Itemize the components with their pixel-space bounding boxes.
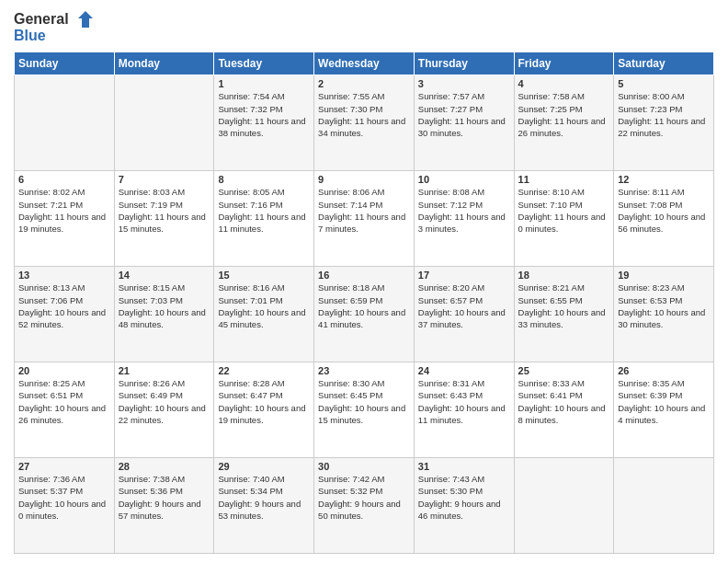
day-detail: Sunrise: 7:55 AM Sunset: 7:30 PM Dayligh…	[318, 90, 410, 139]
day-detail: Sunrise: 8:31 AM Sunset: 6:43 PM Dayligh…	[418, 377, 510, 426]
day-number: 8	[218, 174, 310, 185]
page: General Blue SundayMondayTuesdayWednesda…	[0, 0, 728, 563]
day-cell: 26Sunrise: 8:35 AM Sunset: 6:39 PM Dayli…	[614, 362, 714, 458]
day-cell: 27Sunrise: 7:36 AM Sunset: 5:37 PM Dayli…	[15, 458, 115, 554]
day-cell: 23Sunrise: 8:30 AM Sunset: 6:45 PM Dayli…	[314, 362, 415, 458]
calendar: SundayMondayTuesdayWednesdayThursdayFrid…	[14, 52, 714, 554]
day-number: 12	[618, 174, 710, 185]
day-number: 23	[318, 365, 410, 376]
day-cell: 3Sunrise: 7:57 AM Sunset: 7:27 PM Daylig…	[414, 75, 514, 171]
day-detail: Sunrise: 7:38 AM Sunset: 5:36 PM Dayligh…	[119, 473, 210, 522]
day-cell: 20Sunrise: 8:25 AM Sunset: 6:51 PM Dayli…	[15, 362, 115, 458]
day-cell: 4Sunrise: 7:58 AM Sunset: 7:25 PM Daylig…	[514, 75, 614, 171]
day-cell: 15Sunrise: 8:16 AM Sunset: 7:01 PM Dayli…	[214, 267, 314, 362]
logo-blue: Blue	[14, 28, 46, 44]
day-number: 5	[618, 78, 710, 89]
day-cell: 8Sunrise: 8:05 AM Sunset: 7:16 PM Daylig…	[214, 171, 314, 267]
day-detail: Sunrise: 8:18 AM Sunset: 6:59 PM Dayligh…	[318, 282, 410, 330]
day-cell: 12Sunrise: 8:11 AM Sunset: 7:08 PM Dayli…	[614, 171, 714, 267]
day-cell: 24Sunrise: 8:31 AM Sunset: 6:43 PM Dayli…	[414, 362, 514, 458]
day-cell: 17Sunrise: 8:20 AM Sunset: 6:57 PM Dayli…	[414, 267, 514, 362]
header: General Blue	[14, 9, 714, 44]
day-number: 16	[318, 270, 410, 281]
day-number: 9	[318, 174, 410, 185]
day-cell	[614, 458, 714, 554]
day-detail: Sunrise: 8:33 AM Sunset: 6:41 PM Dayligh…	[518, 377, 610, 426]
logo-general: General	[14, 11, 69, 28]
day-detail: Sunrise: 8:30 AM Sunset: 6:45 PM Dayligh…	[318, 377, 410, 426]
day-cell	[114, 75, 214, 171]
day-cell: 22Sunrise: 8:28 AM Sunset: 6:47 PM Dayli…	[214, 362, 314, 458]
day-number: 7	[119, 174, 210, 185]
weekday-header-friday: Friday	[514, 52, 614, 75]
day-cell: 16Sunrise: 8:18 AM Sunset: 6:59 PM Dayli…	[314, 267, 415, 362]
day-number: 3	[418, 78, 510, 89]
day-detail: Sunrise: 8:13 AM Sunset: 7:06 PM Dayligh…	[18, 282, 110, 330]
day-detail: Sunrise: 7:42 AM Sunset: 5:32 PM Dayligh…	[318, 473, 410, 522]
day-cell: 2Sunrise: 7:55 AM Sunset: 7:30 PM Daylig…	[314, 75, 415, 171]
day-number: 30	[318, 461, 410, 472]
day-cell: 1Sunrise: 7:54 AM Sunset: 7:32 PM Daylig…	[214, 75, 314, 171]
day-cell	[514, 458, 614, 554]
day-cell: 14Sunrise: 8:15 AM Sunset: 7:03 PM Dayli…	[114, 267, 214, 362]
day-number: 1	[218, 78, 310, 89]
day-cell: 18Sunrise: 8:21 AM Sunset: 6:55 PM Dayli…	[514, 267, 614, 362]
week-row-4: 20Sunrise: 8:25 AM Sunset: 6:51 PM Dayli…	[15, 362, 714, 458]
day-detail: Sunrise: 7:54 AM Sunset: 7:32 PM Dayligh…	[218, 90, 310, 139]
day-number: 14	[119, 270, 210, 281]
day-cell: 7Sunrise: 8:03 AM Sunset: 7:19 PM Daylig…	[114, 171, 214, 267]
day-number: 20	[18, 365, 110, 376]
day-number: 19	[618, 270, 710, 281]
day-number: 24	[418, 365, 510, 376]
day-number: 28	[119, 461, 210, 472]
weekday-header-wednesday: Wednesday	[314, 52, 415, 75]
day-detail: Sunrise: 7:36 AM Sunset: 5:37 PM Dayligh…	[18, 473, 110, 522]
day-detail: Sunrise: 8:23 AM Sunset: 6:53 PM Dayligh…	[618, 282, 710, 330]
day-detail: Sunrise: 8:21 AM Sunset: 6:55 PM Dayligh…	[518, 282, 610, 330]
day-detail: Sunrise: 8:03 AM Sunset: 7:19 PM Dayligh…	[119, 186, 210, 235]
day-cell: 29Sunrise: 7:40 AM Sunset: 5:34 PM Dayli…	[214, 458, 314, 554]
day-number: 22	[218, 365, 310, 376]
day-number: 10	[418, 174, 510, 185]
day-detail: Sunrise: 8:08 AM Sunset: 7:12 PM Dayligh…	[418, 186, 510, 235]
day-detail: Sunrise: 8:16 AM Sunset: 7:01 PM Dayligh…	[218, 282, 310, 330]
day-detail: Sunrise: 8:05 AM Sunset: 7:16 PM Dayligh…	[218, 186, 310, 235]
weekday-header-row: SundayMondayTuesdayWednesdayThursdayFrid…	[15, 52, 714, 75]
day-number: 26	[618, 365, 710, 376]
day-detail: Sunrise: 8:26 AM Sunset: 6:49 PM Dayligh…	[119, 377, 210, 426]
day-detail: Sunrise: 7:58 AM Sunset: 7:25 PM Dayligh…	[518, 90, 610, 139]
day-detail: Sunrise: 8:35 AM Sunset: 6:39 PM Dayligh…	[618, 377, 710, 426]
day-detail: Sunrise: 8:06 AM Sunset: 7:14 PM Dayligh…	[318, 186, 410, 235]
svg-marker-0	[78, 11, 93, 28]
week-row-2: 6Sunrise: 8:02 AM Sunset: 7:21 PM Daylig…	[15, 171, 714, 267]
weekday-header-saturday: Saturday	[614, 52, 714, 75]
weekday-header-tuesday: Tuesday	[214, 52, 314, 75]
day-cell: 13Sunrise: 8:13 AM Sunset: 7:06 PM Dayli…	[15, 267, 115, 362]
day-cell: 31Sunrise: 7:43 AM Sunset: 5:30 PM Dayli…	[414, 458, 514, 554]
week-row-1: 1Sunrise: 7:54 AM Sunset: 7:32 PM Daylig…	[15, 75, 714, 171]
logo-bird-icon	[73, 9, 93, 29]
day-cell	[15, 75, 115, 171]
day-detail: Sunrise: 8:02 AM Sunset: 7:21 PM Dayligh…	[18, 186, 110, 235]
day-number: 27	[18, 461, 110, 472]
day-detail: Sunrise: 7:40 AM Sunset: 5:34 PM Dayligh…	[218, 473, 310, 522]
day-number: 17	[418, 270, 510, 281]
day-cell: 10Sunrise: 8:08 AM Sunset: 7:12 PM Dayli…	[414, 171, 514, 267]
day-number: 15	[218, 270, 310, 281]
day-detail: Sunrise: 8:20 AM Sunset: 6:57 PM Dayligh…	[418, 282, 510, 330]
day-number: 4	[518, 78, 610, 89]
day-cell: 5Sunrise: 8:00 AM Sunset: 7:23 PM Daylig…	[614, 75, 714, 171]
day-cell: 11Sunrise: 8:10 AM Sunset: 7:10 PM Dayli…	[514, 171, 614, 267]
day-detail: Sunrise: 7:57 AM Sunset: 7:27 PM Dayligh…	[418, 90, 510, 139]
week-row-5: 27Sunrise: 7:36 AM Sunset: 5:37 PM Dayli…	[15, 458, 714, 554]
weekday-header-sunday: Sunday	[15, 52, 115, 75]
day-detail: Sunrise: 8:28 AM Sunset: 6:47 PM Dayligh…	[218, 377, 310, 426]
day-detail: Sunrise: 8:15 AM Sunset: 7:03 PM Dayligh…	[119, 282, 210, 330]
day-cell: 28Sunrise: 7:38 AM Sunset: 5:36 PM Dayli…	[114, 458, 214, 554]
day-detail: Sunrise: 8:11 AM Sunset: 7:08 PM Dayligh…	[618, 186, 710, 235]
day-cell: 30Sunrise: 7:42 AM Sunset: 5:32 PM Dayli…	[314, 458, 415, 554]
day-cell: 21Sunrise: 8:26 AM Sunset: 6:49 PM Dayli…	[114, 362, 214, 458]
week-row-3: 13Sunrise: 8:13 AM Sunset: 7:06 PM Dayli…	[15, 267, 714, 362]
day-cell: 9Sunrise: 8:06 AM Sunset: 7:14 PM Daylig…	[314, 171, 415, 267]
day-number: 18	[518, 270, 610, 281]
